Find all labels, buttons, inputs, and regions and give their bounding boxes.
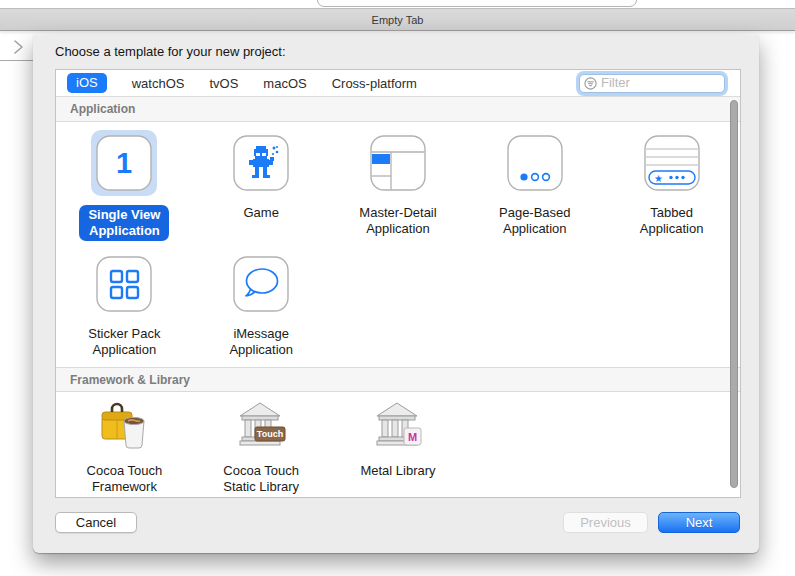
template-label: Game [243, 205, 278, 237]
template-item-single-view-application[interactable]: 1 Single View Application [56, 129, 193, 250]
tab-cross-platform[interactable]: Cross-platform [332, 76, 417, 91]
sheet-title: Choose a template for your new project: [55, 44, 286, 59]
platform-tab-bar: iOS watchOS tvOS macOS Cross-platform [56, 70, 740, 97]
vertical-scrollbar-thumb[interactable] [730, 100, 738, 488]
tab-tvos[interactable]: tvOS [209, 76, 238, 91]
template-item-sticker-pack-application[interactable]: Sticker Pack Application [56, 250, 193, 367]
template-label: Master-Detail Application [359, 205, 436, 237]
template-label: iMessage Application [229, 326, 293, 358]
toolbar-activity-view [317, 0, 637, 7]
template-label: Metal Library [360, 463, 435, 495]
tab-empty-tab[interactable]: Empty Tab [372, 14, 424, 26]
section-label: Framework & Library [70, 373, 190, 387]
template-label: Cocoa Touch Framework [87, 463, 163, 495]
application-template-grid: 1 Single View Application [56, 122, 740, 367]
svg-text:★: ★ [654, 173, 663, 184]
cocoa-touch-static-library-icon: Touch [234, 401, 288, 453]
filter-icon [584, 77, 597, 90]
template-item-game[interactable]: Game [193, 129, 330, 250]
jump-bar-divider [0, 60, 33, 61]
editor-tab-bar[interactable]: Empty Tab [0, 8, 795, 31]
imessage-application-icon [233, 256, 289, 312]
template-item-tabbed-application[interactable]: ★ Tabbed Application [603, 129, 740, 250]
metal-library-icon: M [371, 401, 425, 453]
new-project-template-sheet: Choose a template for your new project: … [33, 35, 759, 553]
template-label: Single View Application [79, 205, 169, 241]
template-item-metal-library[interactable]: M Metal Library [330, 399, 467, 498]
page-based-application-icon [507, 135, 563, 191]
next-button[interactable]: Next [658, 512, 740, 533]
svg-text:Touch: Touch [257, 429, 283, 439]
chevron-right-icon[interactable] [11, 39, 25, 55]
filter-input[interactable] [579, 74, 725, 93]
selection-halo: 1 [91, 130, 157, 196]
filter-field-wrap [579, 73, 725, 93]
sticker-pack-application-icon [96, 256, 152, 312]
template-item-cocoa-touch-framework[interactable]: Cocoa Touch Framework [56, 399, 193, 498]
template-label: Sticker Pack Application [88, 326, 160, 358]
svg-text:M: M [408, 431, 417, 443]
tab-watchos[interactable]: watchOS [132, 76, 185, 91]
framework-template-grid: Cocoa Touch Framework Touch [56, 392, 740, 498]
template-item-page-based-application[interactable]: Page-Based Application [466, 129, 603, 250]
template-item-master-detail-application[interactable]: Master-Detail Application [330, 129, 467, 250]
master-detail-application-icon [370, 135, 426, 191]
template-label: Page-Based Application [499, 205, 571, 237]
svg-text:1: 1 [116, 147, 132, 179]
template-label: Tabbed Application [640, 205, 704, 237]
template-item-cocoa-touch-static-library[interactable]: Touch Cocoa Touch Static Library [193, 399, 330, 498]
section-label: Application [70, 102, 135, 116]
cancel-button[interactable]: Cancel [55, 512, 137, 533]
section-header-framework-library: Framework & Library [56, 367, 740, 392]
single-view-application-icon: 1 [96, 135, 152, 191]
template-item-imessage-application[interactable]: iMessage Application [193, 250, 330, 367]
background-toolbar-strip [0, 0, 795, 8]
section-header-application: Application [56, 97, 740, 122]
previous-button[interactable]: Previous [563, 512, 648, 533]
template-chooser-panel: iOS watchOS tvOS macOS Cross-platform Ap… [55, 69, 741, 498]
tab-macos[interactable]: macOS [263, 76, 306, 91]
game-icon [233, 135, 289, 191]
cocoa-touch-framework-icon [97, 401, 151, 453]
tabbed-application-icon: ★ [644, 135, 700, 191]
tab-ios[interactable]: iOS [67, 73, 107, 93]
template-label: Cocoa Touch Static Library [223, 463, 299, 495]
